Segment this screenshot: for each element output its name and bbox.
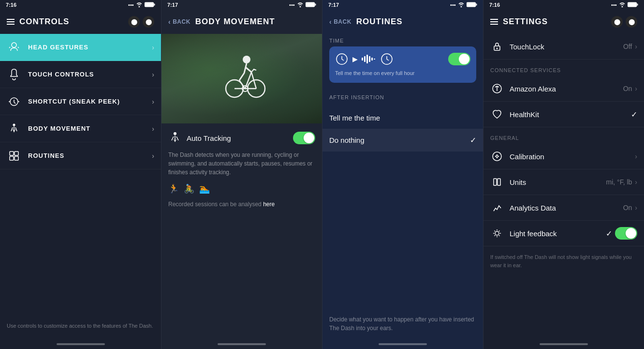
light-feedback-row[interactable]: Light feedback ✓ [483,221,644,246]
time-toggle-knob [459,54,469,64]
body-movement-title: BODY MOVEMENT [195,17,315,27]
do-nothing-label: Do nothing [329,136,470,144]
auto-tracking-description: The Dash detects when you are running, c… [168,151,315,177]
back-button-body[interactable]: ‹ BACK [168,18,190,26]
auto-tracking-toggle[interactable] [293,132,315,144]
home-indicator-body [218,343,266,345]
connected-services-label: CONNECTED SERVICES [483,60,644,76]
nav-label-head-gestures: HEAD GESTURES [28,44,152,51]
healthkit-label: HealthKit [510,110,571,119]
chevron-body-movement: › [152,125,154,133]
time-routines: 7:17 [328,2,339,8]
body-movement-hero [161,34,322,123]
status-icons-controls: ▪▪▪ [128,2,155,8]
touchlock-label: TouchLock [510,43,623,51]
bottom-bar-controls [0,339,161,349]
controls-title: CONTROLS [19,17,128,27]
cycling-icon: 🚴 [184,183,194,194]
routine-option-tell-time[interactable]: Tell me the time [322,107,483,129]
svg-point-11 [243,56,250,63]
signal-icon-routines: ▪▪▪ [450,2,456,8]
nav-item-body-movement[interactable]: BODY MOVEMENT › [0,115,161,142]
alexa-icon [490,82,504,95]
nav-item-routines[interactable]: ROUTINES › [0,142,161,169]
status-bar-settings: 7:16 ▪▪▪ [483,0,644,10]
svg-rect-17 [476,3,477,5]
settings-menu-icon[interactable] [490,19,498,25]
menu-icon[interactable] [7,19,15,25]
after-insertion-label: AFTER INSERTION [322,91,483,103]
signal-icon: ▪▪▪ [128,2,134,8]
calibration-label: Calibration [510,152,572,161]
nav-label-shortcut: SHORTCUT (SNEAK PEEK) [28,98,152,105]
panel-controls: 7:16 ▪▪▪ CONTROLS ⬤ ⬤ HEAD GESTURES [0,0,161,349]
touchlock-row[interactable]: TouchLock Off › [483,34,644,60]
svg-point-32 [496,155,498,157]
routines-title: ROUTINES [356,17,476,27]
nav-item-head-gestures[interactable]: HEAD GESTURES › [0,34,161,61]
settings-header: SETTINGS ⬤ ⬤ [483,10,644,34]
time-toggle[interactable] [448,53,470,65]
nav-item-shortcut[interactable]: SHORTCUT (SNEAK PEEK) › [0,88,161,115]
nav-item-touch-controls[interactable]: TOUCH CONTROLS › [0,61,161,88]
svg-point-15 [174,132,176,135]
home-indicator-settings [540,343,588,345]
time-card-row: ▶ [335,52,470,66]
back-button-routines[interactable]: ‹ BACK [329,18,351,26]
home-indicator-controls [57,343,105,345]
svg-rect-26 [628,2,637,7]
routines-icon [7,149,21,163]
svg-rect-1 [154,3,155,5]
sessions-link[interactable]: here [263,201,275,208]
settings-content: TouchLock Off › CONNECTED SERVICES Amazo… [483,34,644,339]
alexa-row[interactable]: Amazon Alexa On › [483,76,644,102]
svg-point-4 [13,123,15,126]
analytics-row[interactable]: Analytics Data On › [483,195,644,221]
panel-routines: 7:17 ▪▪▪ ‹ BACK ROUTINES TIME [322,0,483,349]
routine-option-do-nothing[interactable]: Do nothing ✓ [322,129,483,152]
time-card[interactable]: ▶ Tell me the time on every full hour [329,46,476,83]
touch-controls-icon [7,67,21,82]
units-chevron: › [635,178,637,186]
analytics-icon [490,201,504,214]
alexa-chevron: › [635,85,637,92]
status-bar-body: 7:17 ▪▪▪ [161,0,322,10]
svg-rect-19 [362,58,363,61]
time-play-icon: ▶ [352,55,358,63]
svg-rect-33 [494,179,497,185]
nav-label-routines: ROUTINES [28,152,152,159]
units-icon [490,175,504,189]
touchlock-icon [490,40,504,53]
svg-rect-20 [364,56,366,62]
bottom-bar-settings [483,339,644,349]
settings-footer: If switched off The Dash will not show l… [483,246,644,276]
back-chevron-routines: ‹ [329,18,332,26]
touchlock-chevron: › [635,43,637,50]
panel-settings: 7:16 ▪▪▪ SETTINGS ⬤ ⬤ TouchLock O [483,0,644,349]
bottom-bar-routines [322,339,483,349]
calibration-chevron: › [635,152,637,160]
chevron-head-gestures: › [152,44,154,51]
auto-tracking-label: Auto Tracking [187,134,293,142]
routines-content: TIME ▶ Tell me the time on every full ho… [322,34,483,339]
battery-icon-body [306,2,316,8]
touchlock-value: Off [623,43,632,50]
headphone-left: ⬤ [128,16,140,28]
svg-rect-8 [15,156,18,160]
light-feedback-knob [626,228,636,239]
status-icons-settings: ▪▪▪ [611,2,638,8]
light-feedback-toggle[interactable] [615,227,637,240]
signal-icon-settings: ▪▪▪ [611,2,617,8]
back-label-body: BACK [173,18,190,25]
units-row[interactable]: Units mi, °F, lb › [483,169,644,195]
svg-point-31 [493,152,501,161]
healthkit-row[interactable]: HealthKit ✓ [483,102,644,127]
nav-label-body-movement: BODY MOVEMENT [28,125,152,132]
do-nothing-check: ✓ [470,136,476,145]
svg-rect-6 [15,152,18,155]
time-controls: 7:16 [6,2,16,8]
calibration-row[interactable]: Calibration › [483,144,644,169]
controls-nav-list: HEAD GESTURES › TOUCH CONTROLS › SHORTCU… [0,34,161,315]
svg-rect-34 [498,179,500,185]
headphone-icons: ⬤ ⬤ [128,16,154,28]
